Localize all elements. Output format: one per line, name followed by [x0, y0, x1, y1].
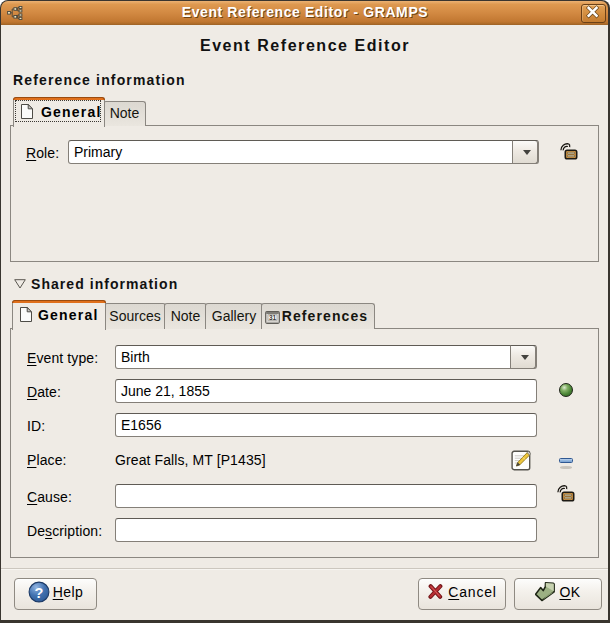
svg-text:?: ? — [34, 585, 43, 601]
svg-text:31: 31 — [269, 314, 277, 321]
